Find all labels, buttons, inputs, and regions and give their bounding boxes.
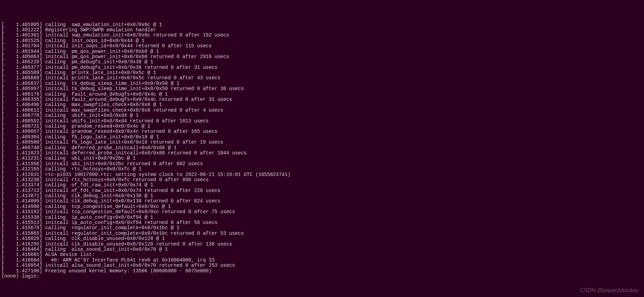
log-line: [ 1.401944] calling pm_qos_power_init+0x…: [1, 49, 643, 54]
log-line: [ 1.414980] calling tcp_congestion_defau…: [1, 204, 643, 209]
log-line: [ 1.409500] initcall fb_logo_late_init+0…: [1, 140, 643, 145]
log-line: [ 1.409057] initcall prandom_reseed+0x0/…: [1, 129, 643, 134]
log-line: [ 1.413713] initcall of_fdt_raw_init+0x0…: [1, 188, 643, 193]
log-line: [ 1.415338] calling ip_auto_config+0x0/0…: [1, 215, 643, 220]
log-line: [ 1.408721] calling prandom_reseed+0x0/0…: [1, 124, 643, 129]
log-line: [ 1.401525] calling init_oops_id+0x0/0x4…: [1, 38, 643, 43]
log-line: [ 1.415192] initcall tcp_congestion_defa…: [1, 209, 643, 215]
log-line: [ 1.413871] calling clk_debug_init+0x0/0…: [1, 193, 643, 199]
log-line: [ 1.405220] calling pm_debugfs_init+0x0/…: [1, 59, 643, 65]
log-line: [ 1.415679] calling regulator_init_compl…: [1, 225, 643, 231]
log-line: [ 1.414809] initcall clk_debug_init+0x0/…: [1, 199, 643, 204]
terminal-output[interactable]: [ 1.401005] calling swp_emulation_init+0…: [1, 22, 643, 279]
log-line: [ 1.415865] initcall regulator_init_comp…: [1, 231, 643, 236]
log-line: [ 1.411023] initcall deferred_probe_init…: [1, 151, 643, 156]
log-line: [ 1.405377] initcall pm_debugfs_init+0x0…: [1, 65, 643, 70]
log-line: [ 1.427100] Freeing unused kernel memory…: [1, 268, 643, 274]
log-line: [ 1.406611] initcall max_swapfiles_check…: [1, 108, 643, 113]
log-line: [ 1.405669] initcall printk_late_init+0x…: [1, 75, 643, 81]
log-line: [ 1.416464] calling alsa_sound_last_init…: [1, 247, 643, 252]
log-line: [ 1.408552] initcall ubifs_init+0x0/0xd4…: [1, 119, 643, 124]
log-line: [ 1.409304] calling fb_logo_late_init+0x…: [1, 135, 643, 140]
log-line: [ 1.406176] calling fault_around_debugfs…: [1, 92, 643, 97]
log-line: [ 1.416295] initcall clk_disable_unused+…: [1, 242, 643, 247]
log-line: [ 1.416601] ALSA device list:: [1, 252, 643, 257]
log-line: (none) login:: [1, 274, 643, 279]
log-line: [ 1.401222] Registering SWP/SWPB emulati…: [1, 27, 643, 33]
log-line: [ 1.409740] calling deferred_probe_initc…: [1, 145, 643, 151]
log-line: [ 1.412165] calling rtc_hctosys+0x0/0xfc…: [1, 167, 643, 172]
log-line: [ 1.401784] initcall init_oops_id+0x0/0x…: [1, 43, 643, 49]
log-line: [ 1.416684] #0: ARM AC'97 Interface PL04…: [1, 258, 643, 263]
watermark-text: CSDN @papaofdoudou: [580, 287, 638, 294]
log-line: [ 1.401005] calling swp_emulation_init+0…: [1, 22, 643, 27]
log-line: [ 1.416854] initcall alsa_sound_last_ini…: [1, 263, 643, 268]
log-line: [ 1.411231] calling ubi_init+0x0/0x2bc @…: [1, 156, 643, 161]
log-line: [ 1.406355] initcall fault_around_debugf…: [1, 97, 643, 102]
log-line: [ 1.415513] initcall ip_auto_config+0x0/…: [1, 220, 643, 225]
log-line: [ 1.406496] calling max_swapfiles_check+…: [1, 102, 643, 107]
log-line: [ 1.405063] initcall pm_qos_power_init+0…: [1, 54, 643, 59]
log-line: [ 1.401361] initcall swp_emulation_init+…: [1, 33, 643, 38]
log-line: [ 1.411956] initcall ubi_init+0x0/0x2bc …: [1, 161, 643, 167]
log-line: [ 1.405997] initcall tk_debug_sleep_time…: [1, 86, 643, 91]
log-line: [ 1.412831] rtc-pl031 10017000.rtc: sett…: [1, 172, 643, 177]
log-line: [ 1.413374] calling of_fdt_raw_init+0x0/…: [1, 183, 643, 188]
log-line: [ 1.406778] calling ubifs_init+0x0/0xd4 …: [1, 113, 643, 118]
log-line: [ 1.405509] calling printk_late_init+0x0…: [1, 70, 643, 75]
log-line: [ 1.416020] calling clk_disable_unused+0…: [1, 236, 643, 241]
log-line: [ 1.413238] initcall rtc_hctosys+0x0/0xf…: [1, 177, 643, 183]
log-line: [ 1.405837] calling tk_debug_sleep_time_…: [1, 81, 643, 86]
